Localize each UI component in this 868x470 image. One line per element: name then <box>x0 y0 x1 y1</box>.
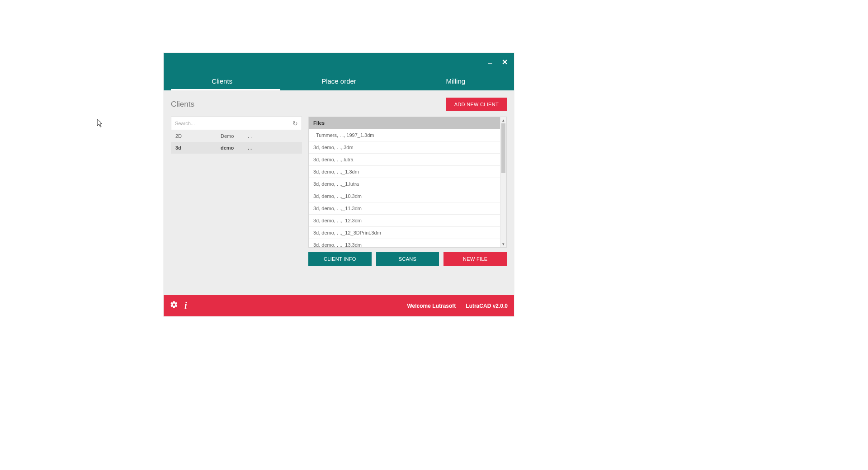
refresh-icon[interactable]: ↻ <box>292 120 298 127</box>
cursor-icon <box>97 119 104 128</box>
search-wrap: ↻ <box>171 117 302 130</box>
scroll-down-icon[interactable]: ▾ <box>500 241 506 247</box>
main-columns: ↻ 2D Demo . . 3d demo . . <box>171 117 507 266</box>
files-panel: Files , Tummers, . ., 1997_1.3dm 3d, dem… <box>308 117 507 266</box>
tab-label: Milling <box>446 77 466 85</box>
scrollbar[interactable]: ▴ ▾ <box>500 117 506 247</box>
client-list: 2D Demo . . 3d demo . . <box>171 130 302 154</box>
client-row[interactable]: 3d demo . . <box>171 142 302 154</box>
files-header: Files <box>309 117 500 129</box>
file-row[interactable]: 3d, demo, . .,.3dm <box>309 141 500 153</box>
footer-right: Welcome Lutrasoft LutraCAD v2.0.0 <box>407 303 508 309</box>
file-row[interactable]: , Tummers, . ., 1997_1.3dm <box>309 129 500 141</box>
client-col1: 3d <box>175 145 221 150</box>
tab-label: Clients <box>212 77 232 85</box>
add-new-client-button[interactable]: ADD NEW CLIENT <box>446 98 507 111</box>
footer: i Welcome Lutrasoft LutraCAD v2.0.0 <box>164 295 514 316</box>
tab-bar: Clients Place order Milling <box>164 71 514 90</box>
client-info-button[interactable]: CLIENT INFO <box>308 252 372 266</box>
clients-panel: ↻ 2D Demo . . 3d demo . . <box>171 117 302 266</box>
files-list: Files , Tummers, . ., 1997_1.3dm 3d, dem… <box>309 117 500 247</box>
new-file-button[interactable]: NEW FILE <box>443 252 507 266</box>
scroll-up-icon[interactable]: ▴ <box>500 117 506 123</box>
client-col2: Demo <box>221 133 248 139</box>
content-area: Clients ADD NEW CLIENT ↻ 2D Demo . . 3d <box>164 90 514 295</box>
scans-button[interactable]: SCANS <box>376 252 439 266</box>
file-row[interactable]: 3d, demo, . .,_11.3dm <box>309 202 500 214</box>
client-col2: demo <box>221 145 248 150</box>
tab-place-order[interactable]: Place order <box>280 71 397 90</box>
file-row[interactable]: 3d, demo, . .,.lutra <box>309 153 500 165</box>
client-col3: . . <box>248 145 297 150</box>
file-row[interactable]: 3d, demo, . .,_1.lutra <box>309 178 500 190</box>
footer-left: i <box>170 301 187 311</box>
file-row[interactable]: 3d, demo, . .,_13.3dm <box>309 239 500 247</box>
welcome-text: Welcome Lutrasoft <box>407 303 456 309</box>
content-header: Clients ADD NEW CLIENT <box>171 98 507 111</box>
info-icon[interactable]: i <box>184 301 187 311</box>
titlebar: _ ✕ <box>164 53 514 71</box>
file-actions: CLIENT INFO SCANS NEW FILE <box>308 252 507 266</box>
version-text: LutraCAD v2.0.0 <box>466 303 508 309</box>
file-row[interactable]: 3d, demo, . .,_1.3dm <box>309 165 500 178</box>
minimize-icon[interactable]: _ <box>486 56 494 65</box>
files-box: Files , Tummers, . ., 1997_1.3dm 3d, dem… <box>308 117 507 248</box>
client-col3: . . <box>248 133 297 139</box>
app-window: _ ✕ Clients Place order Milling Clients … <box>164 53 514 316</box>
page-title: Clients <box>171 100 194 109</box>
client-row[interactable]: 2D Demo . . <box>171 130 302 142</box>
tab-clients[interactable]: Clients <box>164 71 280 90</box>
scroll-thumb[interactable] <box>501 123 505 173</box>
file-row[interactable]: 3d, demo, . .,_12_3DPrint.3dm <box>309 226 500 239</box>
close-icon[interactable]: ✕ <box>500 58 509 66</box>
search-input[interactable] <box>175 121 292 126</box>
client-col1: 2D <box>175 133 221 139</box>
file-row[interactable]: 3d, demo, . .,_10.3dm <box>309 190 500 202</box>
gear-icon[interactable] <box>170 301 178 311</box>
tab-label: Place order <box>321 77 356 85</box>
file-row[interactable]: 3d, demo, . .,_12.3dm <box>309 214 500 226</box>
tab-milling[interactable]: Milling <box>397 71 514 90</box>
